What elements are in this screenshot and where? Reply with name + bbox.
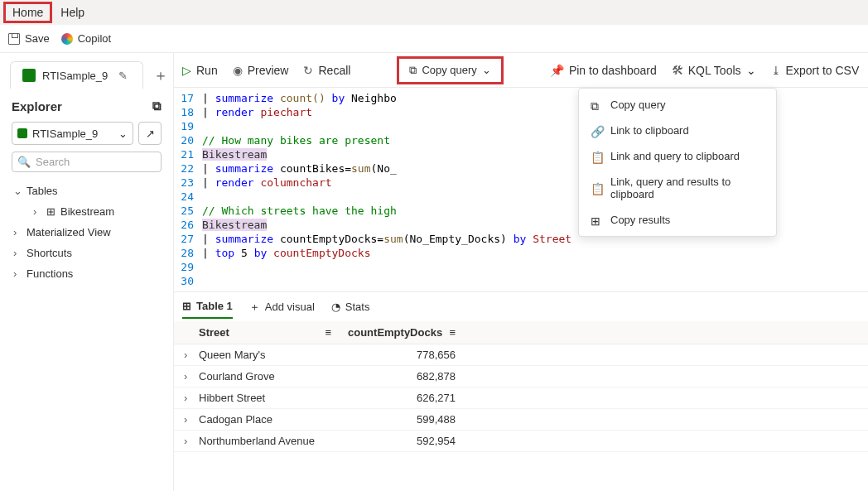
top-toolbar: Save Copilot xyxy=(0,25,868,53)
save-button[interactable]: Save xyxy=(8,32,50,45)
chevron-right-icon: › xyxy=(184,413,192,426)
sort-icon: ≡ xyxy=(325,326,331,339)
chevron-right-icon: › xyxy=(33,205,41,218)
query-tab[interactable]: RTISample_9 ✎ xyxy=(10,61,143,89)
table-icon: ⊞ xyxy=(182,300,191,312)
pin-icon: 📌 xyxy=(550,64,564,77)
database-selector[interactable]: RTISample_9 ⌄ xyxy=(12,122,133,145)
open-external-icon: ↗ xyxy=(146,128,155,140)
query-toolbar: ▷Run ◉Preview ↻Recall ⧉ Copy query ⌄ 📌Pi… xyxy=(174,53,868,88)
save-label: Save xyxy=(25,32,50,45)
copilot-label: Copilot xyxy=(78,32,111,45)
copy-query-dropdown[interactable]: ⧉ Copy query ⌄ xyxy=(397,56,503,84)
preview-button[interactable]: ◉Preview xyxy=(233,64,289,77)
tree-shortcuts[interactable]: › Shortcuts xyxy=(12,243,162,263)
link-query-icon: 📋 xyxy=(591,151,602,162)
db-name: RTISample_9 xyxy=(32,128,98,140)
tree-tables[interactable]: ⌄ Tables xyxy=(12,181,162,201)
menu-copy-query[interactable]: ⧉Copy query xyxy=(579,92,776,118)
copy-query-menu: ⧉Copy query 🔗Link to clipboard 📋Link and… xyxy=(578,88,777,237)
menu-help[interactable]: Help xyxy=(52,4,93,21)
stats-button[interactable]: ◔Stats xyxy=(331,301,370,313)
chevron-down-icon: ⌄ xyxy=(13,185,22,197)
recall-icon: ↻ xyxy=(303,64,313,77)
chevron-down-icon: ⌄ xyxy=(118,128,128,140)
table-row[interactable]: ›Hibbert Street626,271 xyxy=(174,388,868,409)
copy-icon: ⧉ xyxy=(409,64,417,77)
results-toolbar: ⊞Table 1 ＋Add visual ◔Stats xyxy=(174,291,868,321)
chevron-right-icon: › xyxy=(13,247,22,259)
menu-link-query-clipboard[interactable]: 📋Link and query to clipboard xyxy=(579,143,776,169)
tools-icon: 🛠 xyxy=(672,64,683,77)
chevron-right-icon: › xyxy=(13,226,22,238)
chevron-right-icon: › xyxy=(184,349,192,361)
save-icon xyxy=(8,33,20,45)
stats-icon: ◔ xyxy=(331,301,340,313)
tab-label: RTISample_9 xyxy=(42,70,108,82)
kql-tools-button[interactable]: 🛠KQL Tools⌄ xyxy=(672,64,756,77)
content-area: ▷Run ◉Preview ↻Recall ⧉ Copy query ⌄ 📌Pi… xyxy=(174,53,868,491)
new-tab-button[interactable]: ＋ xyxy=(153,65,168,85)
table-row[interactable]: ›Cadogan Place599,488 xyxy=(174,409,868,431)
database-icon xyxy=(22,69,36,82)
clipboard-icon: 📋 xyxy=(591,182,602,194)
chevron-right-icon: › xyxy=(184,392,192,404)
results-tab-table1[interactable]: ⊞Table 1 xyxy=(182,295,233,319)
table-icon: ⊞ xyxy=(46,205,55,218)
column-count[interactable]: countEmptyDocks≡ xyxy=(340,321,464,344)
chevron-right-icon: › xyxy=(13,267,22,280)
chevron-right-icon: › xyxy=(184,370,192,383)
chevron-down-icon: ⌄ xyxy=(746,64,756,77)
table-row[interactable]: ›Northumberland Avenue592,954 xyxy=(174,431,868,452)
explorer-title: Explorer xyxy=(12,99,62,113)
pin-dashboard-button[interactable]: 📌Pin to dashboard xyxy=(550,64,657,77)
run-button[interactable]: ▷Run xyxy=(182,64,218,77)
copilot-button[interactable]: Copilot xyxy=(61,32,111,45)
search-input[interactable]: 🔍 Search xyxy=(12,152,162,172)
export-icon: ⤓ xyxy=(771,64,781,77)
add-visual-button[interactable]: ＋Add visual xyxy=(249,300,315,315)
table-row[interactable]: ›Courland Grove682,878 xyxy=(174,366,868,388)
menu-home[interactable]: Home xyxy=(3,2,52,23)
tree-materialized-view[interactable]: › Materialized View xyxy=(12,222,162,243)
results-table: Street≡ countEmptyDocks≡ ›Queen Mary's77… xyxy=(174,321,868,452)
search-placeholder: Search xyxy=(36,156,70,168)
menu-link-clipboard[interactable]: 🔗Link to clipboard xyxy=(579,118,776,143)
menu-link-query-results-clipboard[interactable]: 📋Link, query and results to clipboard xyxy=(579,169,776,207)
recall-button[interactable]: ↻Recall xyxy=(303,64,350,77)
play-icon: ▷ xyxy=(182,64,191,77)
menu-copy-results[interactable]: ⊞Copy results xyxy=(579,207,776,233)
link-icon: 🔗 xyxy=(591,125,602,137)
left-sidebar: RTISample_9 ✎ ＋ Explorer ⧉ RTISample_9 ⌄… xyxy=(0,53,174,491)
open-external-button[interactable]: ↗ xyxy=(138,122,162,145)
plus-icon: ＋ xyxy=(249,300,260,315)
panel-icon[interactable]: ⧉ xyxy=(152,99,162,113)
grid-icon: ⊞ xyxy=(591,214,602,226)
eye-icon: ◉ xyxy=(233,64,243,77)
menu-bar: Home Help xyxy=(0,0,868,25)
copy-icon: ⧉ xyxy=(591,99,602,111)
database-icon xyxy=(17,128,27,138)
tree-bikestream[interactable]: › ⊞ Bikestream xyxy=(31,201,162,222)
sort-icon: ≡ xyxy=(449,326,456,339)
chevron-down-icon: ⌄ xyxy=(482,64,491,76)
search-icon: 🔍 xyxy=(17,156,31,168)
export-csv-button[interactable]: ⤓Export to CSV xyxy=(771,64,860,77)
table-header: Street≡ countEmptyDocks≡ xyxy=(174,321,868,344)
table-row[interactable]: ›Queen Mary's778,656 xyxy=(174,344,868,366)
pencil-icon[interactable]: ✎ xyxy=(114,67,131,84)
column-street[interactable]: Street≡ xyxy=(174,321,340,344)
tree-functions[interactable]: › Functions xyxy=(12,263,162,284)
chevron-right-icon: › xyxy=(184,435,192,447)
copilot-icon xyxy=(61,33,73,45)
